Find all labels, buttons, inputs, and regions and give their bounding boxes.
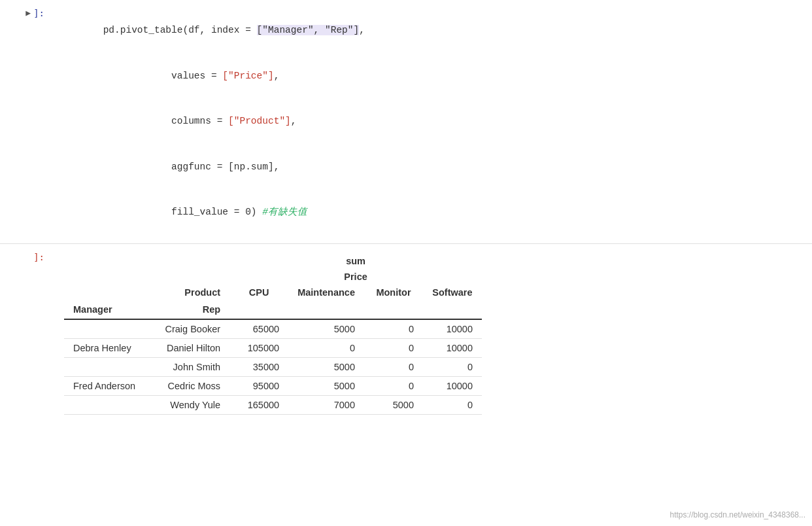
prompt-in-label: ]: [33,8,44,18]
manager-cell-4: Fred Anderson [64,376,144,395]
table-row: Wendy Yule 165000 7000 5000 0 [64,395,482,414]
manager-cell-2: Debra Henley [64,338,144,357]
code-aggfunc: aggfunc = [np.sum], [103,162,280,172]
output-cell: ]: sum Price Product [0,244,812,423]
rep-subheader: Rep [144,300,229,319]
rep-cell-1: Craig Booker [144,319,229,339]
empty-software-sub [423,300,482,319]
maint-cell-4: 5000 [288,376,364,395]
manager-cell-3 [64,357,144,376]
code-text: pd.pivot_table(df, index = [103,25,257,35]
maint-cell-1: 5000 [288,319,364,339]
table-row: John Smith 35000 5000 0 0 [64,357,482,376]
code-fill: fill_value = 0) [103,207,263,217]
header-row-sum: sum [64,252,482,268]
code-line-4: aggfunc = [np.sum], [58,145,807,190]
monitor-cell-5: 5000 [364,395,423,414]
software-cell-4: 10000 [423,376,482,395]
code-comma-1: , [359,25,365,35]
rep-cell-3: John Smith [144,357,229,376]
maint-cell-5: 7000 [288,395,364,414]
table-row: Fred Anderson Cedric Moss 95000 5000 0 1… [64,376,482,395]
empty-manager-prod [64,283,144,300]
code-comma-3: , [291,116,297,126]
code-columns-label: columns = [103,116,228,126]
pivot-table: sum Price Product CPU Maintenance Monito… [64,252,482,415]
subheader-row: Manager Rep [64,300,482,319]
maintenance-header: Maintenance [288,283,364,300]
manager-cell-1 [64,319,144,339]
cpu-cell-1: 65000 [229,319,288,339]
empty-rep-sum [144,252,229,268]
highlight-index: ["Manager", "Rep"] [257,25,360,35]
software-cell-2: 10000 [423,338,482,357]
rep-cell-5: Wendy Yule [144,395,229,414]
monitor-cell-4: 0 [364,376,423,395]
product-header: Product [144,283,229,300]
code-line-3: columns = ["Product"], [58,99,807,145]
output-content: sum Price Product CPU Maintenance Monito… [52,249,812,417]
empty-monitor-sub [364,300,423,319]
empty-manager-sum [64,252,144,268]
sum-header: sum [229,252,482,268]
manager-cell-5 [64,395,144,414]
monitor-cell-2: 0 [364,338,423,357]
code-cell: ▶ ]: pd.pivot_table(df, index = ["Manage… [0,0,812,244]
cell-prompt-in: ▶ ]: [0,5,52,238]
code-content: pd.pivot_table(df, index = ["Manager", "… [52,5,812,238]
empty-maint-sub [288,300,364,319]
empty-cpu-sub [229,300,288,319]
code-values-val: ["Price"] [222,71,273,81]
software-cell-1: 10000 [423,319,482,339]
maint-cell-2: 0 [288,338,364,357]
cpu-cell-3: 35000 [229,357,288,376]
code-values-label: values = [103,71,223,81]
empty-rep-price [144,268,229,283]
software-cell-5: 0 [423,395,482,414]
cpu-cell-2: 105000 [229,338,288,357]
software-header: Software [423,283,482,300]
software-cell-3: 0 [423,357,482,376]
table-row: Craig Booker 65000 5000 0 10000 [64,319,482,339]
header-row-price: Price [64,268,482,283]
maint-cell-3: 5000 [288,357,364,376]
price-header: Price [229,268,482,283]
rep-cell-2: Daniel Hilton [144,338,229,357]
rep-cell-4: Cedric Moss [144,376,229,395]
manager-subheader: Manager [64,300,144,319]
cpu-cell-4: 95000 [229,376,288,395]
notebook-container: ▶ ]: pd.pivot_table(df, index = ["Manage… [0,0,812,526]
code-columns-val: ["Product"] [228,116,291,126]
code-line-2: values = ["Price"], [58,54,807,99]
watermark: https://blog.csdn.net/weixin_4348368... [670,510,805,519]
monitor-cell-1: 0 [364,319,423,339]
code-comment: #有缺失值 [262,207,307,217]
cpu-cell-5: 165000 [229,395,288,414]
monitor-header: Monitor [364,283,423,300]
cpu-header: CPU [229,283,288,300]
code-line-5: fill_value = 0) #有缺失值 [58,190,807,236]
empty-manager-price [64,268,144,283]
header-row-product: Product CPU Maintenance Monitor Software [64,283,482,300]
code-line-1: pd.pivot_table(df, index = ["Manager", "… [58,8,807,54]
arrow-icon: ▶ [25,8,31,18]
output-prompt: ]: [0,249,52,417]
code-comma-2: , [274,71,280,81]
table-row: Debra Henley Daniel Hilton 105000 0 0 10… [64,338,482,357]
prompt-out-label: ]: [33,252,44,262]
monitor-cell-3: 0 [364,357,423,376]
